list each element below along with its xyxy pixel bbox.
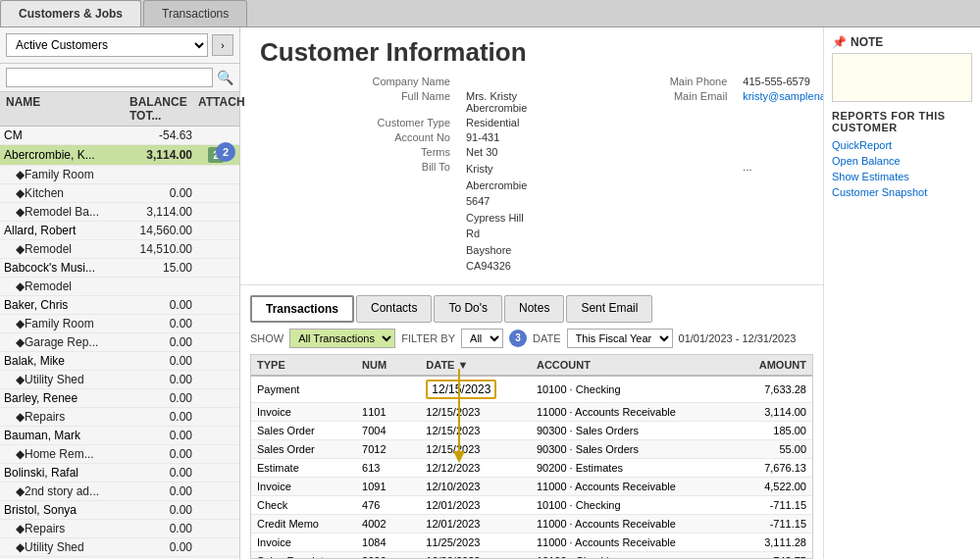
full-name-value: Mrs. Kristy Abercrombie [466,90,527,114]
main-email-value[interactable]: kristy@samplename.com [743,90,823,114]
date-dropdown[interactable]: This Fiscal Year [567,329,673,348]
list-item[interactable]: ◆Remodel 14,510.00 [0,240,239,259]
table-row[interactable]: Estimate 613 12/12/2023 90200 · Estimate… [251,458,812,477]
table-row[interactable]: Invoice 1084 11/25/2023 11000 · Accounts… [251,533,812,551]
show-dropdown[interactable]: All Transactions [289,329,395,348]
list-item-abercrombie[interactable]: Abercrombie, K... 3,114.00 2 [0,145,239,166]
list-item[interactable]: ◆Home Rem... 0.00 [0,445,239,464]
table-row[interactable]: Invoice 1091 12/10/2023 11000 · Accounts… [251,477,812,495]
quickreport-link[interactable]: QuickReport [832,139,972,151]
customer-list-header: NAME BALANCE TOT... ATTACH [0,92,239,127]
customer-search-input[interactable] [6,68,213,87]
content-area: Customer Information Company Name Main P… [240,27,980,559]
active-customers-dropdown[interactable]: Active Customers [6,33,208,57]
list-item[interactable]: ◆Kitchen 0.00 [0,184,239,203]
table-row[interactable]: Invoice 1101 12/15/2023 11000 · Accounts… [251,402,812,421]
step2-badge: 2 [216,142,235,162]
date-range: 01/01/2023 - 12/31/2023 [679,332,797,344]
customer-info-grid: Company Name Main Phone 415-555-6579 Ful… [260,76,823,275]
list-item[interactable]: ◆Utility Shed 0.00 [0,538,239,557]
tab-customers-jobs[interactable]: Customers & Jobs [0,0,141,26]
list-item[interactable]: ◆Utility Shed 0.00 [0,371,239,389]
terms-label: Terms [260,146,456,158]
account-no-label: Account No [260,131,456,143]
table-row[interactable]: Sales Order 7004 12/15/2023 90300 · Sale… [251,421,812,439]
note-label-text: NOTE [851,35,883,49]
full-name-label: Full Name [260,90,456,114]
sidebar-search-bar: 🔍 [0,64,239,92]
tab-transactions[interactable]: Transactions [143,0,247,26]
show-estimates-link[interactable]: Show Estimates [832,171,972,182]
main-phone-label: Main Phone [537,76,733,87]
list-item[interactable]: ◆Family Room [0,166,239,184]
account-no-value: 91-431 [466,131,527,143]
list-item[interactable]: ◆2nd story ad... 0.00 [0,483,239,501]
customer-list: CM -54.63 Abercrombie, K... 3,114.00 2 ◆… [0,127,239,559]
reports-title: REPORTS FOR THIS CUSTOMER [832,110,972,133]
transactions-table-wrapper: TYPE NUM DATE ▼ [250,354,813,560]
list-item[interactable]: Bauman, Mark 0.00 [0,427,239,445]
col-type: TYPE [251,355,356,376]
company-name-value [466,76,527,87]
list-item[interactable]: ◆Remodel [0,278,239,296]
transactions-area: Transactions Contacts To Do's Notes Sent… [240,285,823,560]
tab-sent-email[interactable]: Sent Email [566,295,652,323]
col-name: NAME [4,95,128,123]
list-item[interactable]: CM -54.63 [0,127,239,145]
customer-header: Customer Information Company Name Main P… [240,27,823,285]
customer-type-label: Customer Type [260,117,456,128]
transaction-tabs: Transactions Contacts To Do's Notes Sent… [250,295,813,323]
bill-to-label: Bill To [260,161,456,275]
col-amount: AMOUNT [733,355,812,376]
show-label: SHOW [250,332,284,344]
step3-badge: 3 [509,330,527,347]
customer-snapshot-link[interactable]: Customer Snapshot [832,186,972,198]
table-row[interactable]: Check 476 12/01/2023 10100 · Checking -7… [251,495,812,514]
list-item[interactable]: Bolinski, Rafal 0.00 [0,464,239,483]
table-row[interactable]: Credit Memo 4002 12/01/2023 11000 · Acco… [251,514,812,533]
table-row[interactable]: Payment 12/15/2023 10100 · Checking 7,63… [251,376,812,403]
customer-sidebar: Active Customers › 🔍 NAME BALANCE TOT...… [0,27,240,559]
table-row[interactable]: Sales Order 7012 12/15/2023 90300 · Sale… [251,439,812,458]
bill-to-value: Kristy Abercrombie 5647 Cypress Hill Rd … [466,161,527,275]
sidebar-nav-button[interactable]: › [212,34,233,56]
filter-by-dropdown[interactable]: All [461,329,503,348]
list-item[interactable]: Babcock's Musi... 15.00 [0,259,239,278]
search-icon: 🔍 [217,70,233,85]
right-panel: 📌 NOTE REPORTS FOR THIS CUSTOMER QuickRe… [823,27,980,559]
customer-type-value: Residential [466,117,527,128]
page-title: Customer Information [260,37,823,68]
list-item[interactable]: ◆Garage Rep... 0.00 [0,333,239,352]
transactions-table: TYPE NUM DATE ▼ [251,355,812,560]
table-row[interactable]: Sales Receipt 3006 10/30/2023 10100 · Ch… [251,551,812,559]
open-balance-link[interactable]: Open Balance [832,155,972,167]
col-attach: ATTACH [196,95,235,123]
tab-notes[interactable]: Notes [504,295,564,323]
main-phone-value: 415-555-6579 [743,76,823,87]
company-name-label: Company Name [260,76,456,87]
terms-value: Net 30 [466,146,527,158]
col-num: NUM [356,355,420,376]
pin-icon: 📌 [832,35,847,49]
list-item[interactable]: ◆Remodel Ba... 3,114.00 [0,203,239,222]
main-content: Customer Information Company Name Main P… [240,27,823,559]
sort-arrow-annotation [449,369,469,467]
filters-bar: SHOW All Transactions FILTER BY All 3 DA… [250,329,813,348]
sidebar-header: Active Customers › [0,27,239,64]
list-item[interactable]: Allard, Robert 14,560.00 [0,222,239,240]
tab-todos[interactable]: To Do's [434,295,502,323]
reports-section: REPORTS FOR THIS CUSTOMER QuickReport Op… [832,110,972,202]
date-label: DATE [533,332,561,344]
list-item[interactable]: Balak, Mike 0.00 [0,352,239,371]
list-item[interactable]: Barley, Renee 0.00 [0,389,239,408]
list-item[interactable]: ◆Family Room 0.00 [0,315,239,333]
tab-contacts[interactable]: Contacts [356,295,432,323]
list-item[interactable]: ◆Repairs 0.00 [0,520,239,538]
list-item[interactable]: Bristol, Sonya 0.00 [0,501,239,520]
list-item[interactable]: ◆Repairs 0.00 [0,408,239,427]
list-item[interactable]: Baker, Chris 0.00 [0,296,239,315]
col-balance: BALANCE TOT... [128,95,196,123]
note-box[interactable] [832,53,972,102]
tab-transactions[interactable]: Transactions [250,295,354,323]
col-date: DATE ▼ [420,355,531,376]
